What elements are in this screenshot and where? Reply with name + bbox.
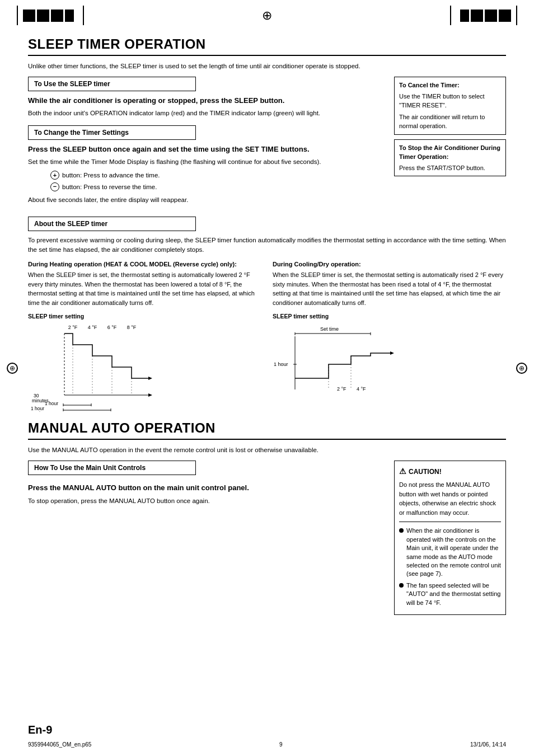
cooling-text: When the SLEEP timer is set, the thermos… [273,270,506,307]
reg-circle-right: ⊕ [516,363,527,374]
heating-text: When the SLEEP timer is set, the thermos… [28,270,261,307]
about-sleep-text: To prevent excessive warming or cooling … [28,236,506,255]
subsection1-label: To Use the SLEEP timer [34,80,110,88]
page-number: En-9 [28,724,52,736]
manual-instruction: Press the MANUAL AUTO button on the main… [28,483,383,493]
button2-line: − button: Press to reverse the time. [50,182,383,192]
section-divider-2 [28,439,506,440]
subsection1-instruction: While the air conditioner is operating o… [28,96,383,106]
header-center: ⊕ [262,6,272,23]
caution-bullet2-text: The fan speed selected will be "AUTO" an… [406,581,501,607]
svg-text:4 °F: 4 °F [357,386,366,392]
svg-text:2 °F: 2 °F [68,325,78,330]
svg-text:1 hour: 1 hour [274,361,288,367]
cancel-timer-text1: Use the TIMER button to select "TIMER RE… [399,92,501,110]
manual-auto-right-col: ⚠ CAUTION! Do not press the MANUAL AUTO … [394,461,506,615]
header-square [51,10,63,22]
footer-left: 9359944065_OM_en.p65 [28,741,91,748]
header-square [499,10,511,22]
heating-diagram-svg: 2 °F 4 °F 6 °F 8 °F [28,322,157,412]
right-reg-mark: ⊕ [516,363,527,374]
cooling-header: During Cooling/Dry operation: [273,260,506,269]
cancel-timer-text2: The air conditioner will return to norma… [399,112,501,131]
header-square [471,10,483,22]
heating-col: During Heating operation (HEAT & COOL MO… [28,260,261,308]
button1-line: + button: Press to advance the time. [50,170,383,180]
svg-marker-31 [390,351,394,355]
subsection-box-1: To Use the SLEEP timer [28,77,196,91]
sleep-timer-content: To Use the SLEEP timer While the air con… [28,77,506,208]
caution-divider [399,522,501,522]
svg-text:Set time: Set time [320,326,339,332]
sleep-timer-title: SLEEP TIMER OPERATION [28,36,506,52]
bullet-dot-icon [399,528,404,533]
page-number-area: En-9 [28,724,52,736]
footer: 9359944065_OM_en.p65 9 13/1/06, 14:14 [28,741,506,748]
after-text: About five seconds later, the entire dis… [28,195,383,205]
about-sleep-box: About the SLEEP timer [28,217,196,231]
header-square [65,10,74,22]
sleep-timer-section: SLEEP TIMER OPERATION Unlike other timer… [28,36,506,412]
corner-mark [450,6,451,25]
corner-mark-tr [516,6,517,25]
section-divider-1 [28,55,506,56]
header-bar: ⊕ [0,0,534,34]
footer-right: 13/1/06, 14:14 [470,741,506,748]
header-square [485,10,497,22]
sleep-timer-left-col: To Use the SLEEP timer While the air con… [28,77,383,208]
about-sleep-section: About the SLEEP timer To prevent excessi… [28,217,506,412]
svg-text:1 hour: 1 hour [45,401,58,406]
caution-bullet-2: The fan speed selected will be "AUTO" an… [399,581,501,607]
svg-text:30 minutes: 30 minutes [29,411,52,412]
cooling-diagram-svg: Set time 1 hour 2 °F [273,322,401,412]
heating-diagram-container: SLEEP timer setting 2 °F 4 °F 6 °F 8 °F [28,313,261,412]
reg-circle-left: ⊕ [7,363,18,374]
header-square [460,10,469,22]
manual-auto-section: MANUAL AUTO OPERATION Use the MANUAL AUT… [28,420,506,615]
main-content: SLEEP TIMER OPERATION Unlike other timer… [0,34,534,626]
manual-auto-title: MANUAL AUTO OPERATION [28,420,506,436]
stop-ac-title: To Stop the Air Conditioner During Timer… [399,143,501,162]
svg-text:6 °F: 6 °F [107,325,117,330]
manual-subsection-box: How To Use the Main Unit Controls [28,461,196,475]
caution-bullet-1: When the air conditioner is operated wit… [399,527,501,578]
minus-button-icon: − [50,182,59,191]
subsection-box-2: To Change the Timer Settings [28,125,196,140]
plus-button-icon: + [50,171,59,180]
left-reg-mark: ⊕ [7,363,18,374]
sleep-timer-right-col: To Cancel the Timer: Use the TIMER butto… [394,77,506,208]
manual-auto-content: How To Use the Main Unit Controls Press … [28,461,506,615]
sleep-timer-intro: Unlike other timer functions, the SLEEP … [28,62,506,71]
button2-label: button: Press to reverse the time. [62,182,157,192]
svg-text:4 °F: 4 °F [88,325,97,330]
caution-triangle-icon: ⚠ [399,466,406,477]
footer-center: 9 [279,741,283,748]
stop-ac-text: Press the START/STOP button. [399,163,501,173]
cooling-diagram-container: SLEEP timer setting Set time [273,313,506,412]
corner-mark [83,6,84,25]
manual-auto-intro: Use the MANUAL AUTO operation in the eve… [28,445,506,455]
page-container: ⊕ ⊕ ⊕ SLEEP TIMER OPERATION Unlike other [0,0,534,756]
bullet-dot-icon-2 [399,583,404,588]
header-square [23,10,35,22]
stop-ac-box: To Stop the Air Conditioner During Timer… [394,139,506,177]
heating-diagram-label: SLEEP timer setting [28,313,261,320]
corner-mark-tl [17,6,18,25]
caution-title-text: CAUTION! [409,467,442,477]
cooling-col: During Cooling/Dry operation: When the S… [273,260,506,308]
subsection2-normal-text: Set the time while the Timer Mode Displa… [28,157,383,167]
header-squares-left [23,6,84,25]
about-sleep-label: About the SLEEP timer [34,220,107,228]
registration-mark: ⊕ [262,8,272,23]
caution-title: ⚠ CAUTION! [399,466,501,477]
caution-text: Do not press the MANUAL AUTO button with… [399,480,501,517]
header-squares-right [450,6,511,25]
button1-label: button: Press to advance the time. [62,170,160,180]
svg-marker-4 [148,377,152,380]
svg-text:8 °F: 8 °F [127,325,137,330]
heating-header: During Heating operation (HEAT & COOL MO… [28,260,261,269]
cooling-diagram-label: SLEEP timer setting [273,313,506,320]
manual-subsection-label: How To Use the Main Unit Controls [34,464,146,472]
subsection2-label: To Change the Timer Settings [34,129,129,137]
subsection2-instruction: Press the SLEEP button once again and se… [28,144,383,154]
